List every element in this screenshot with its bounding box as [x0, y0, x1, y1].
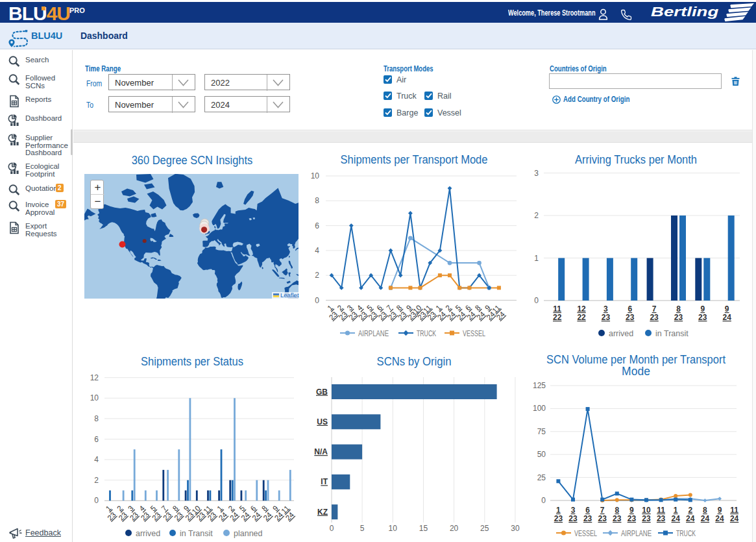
- svg-text:23: 23: [151, 511, 162, 523]
- svg-text:9: 9: [718, 506, 722, 515]
- svg-text:8: 8: [615, 506, 619, 515]
- svg-text:planned: planned: [234, 529, 263, 538]
- svg-text:24: 24: [250, 510, 262, 522]
- svg-text:24: 24: [239, 510, 251, 522]
- svg-text:9: 9: [725, 304, 729, 314]
- svg-text:22: 22: [553, 313, 562, 322]
- svg-text:23: 23: [117, 511, 128, 523]
- svg-text:9: 9: [700, 304, 705, 314]
- svg-text:25: 25: [537, 473, 546, 482]
- svg-text:23: 23: [106, 511, 117, 523]
- svg-text:23: 23: [613, 514, 622, 523]
- svg-text:in Transit: in Transit: [655, 329, 689, 338]
- svg-text:1: 1: [674, 506, 678, 515]
- svg-text:0: 0: [315, 296, 319, 305]
- svg-text:arrived: arrived: [609, 329, 633, 338]
- svg-text:3: 3: [604, 304, 608, 314]
- svg-text:Shipments per Status: Shipments per Status: [141, 355, 243, 368]
- svg-text:Mode: Mode: [622, 365, 650, 378]
- svg-text:12: 12: [577, 304, 586, 314]
- svg-text:2: 2: [688, 506, 692, 515]
- svg-text:24: 24: [217, 510, 229, 522]
- svg-text:75: 75: [537, 427, 546, 436]
- svg-text:23: 23: [602, 313, 611, 322]
- svg-text:11: 11: [553, 304, 561, 314]
- svg-text:6: 6: [585, 506, 590, 515]
- svg-text:23: 23: [698, 313, 707, 322]
- svg-text:VESSEL: VESSEL: [574, 529, 597, 538]
- svg-text:23: 23: [650, 313, 659, 322]
- svg-text:US: US: [317, 417, 328, 426]
- svg-text:15: 15: [419, 524, 428, 533]
- svg-text:24: 24: [262, 510, 273, 522]
- svg-text:30: 30: [511, 524, 520, 533]
- svg-text:N/A: N/A: [314, 447, 328, 456]
- svg-text:9: 9: [629, 506, 634, 515]
- svg-text:TRUCK: TRUCK: [676, 529, 696, 538]
- svg-text:1: 1: [556, 506, 561, 515]
- svg-text:23: 23: [128, 511, 140, 523]
- svg-text:IT: IT: [321, 477, 328, 486]
- svg-text:23: 23: [628, 514, 637, 523]
- svg-text:SCNs by Origin: SCNs by Origin: [377, 355, 452, 368]
- svg-text:TRUCK: TRUCK: [417, 329, 436, 338]
- svg-text:20: 20: [450, 524, 459, 533]
- svg-text:6: 6: [94, 435, 99, 444]
- svg-text:24: 24: [715, 514, 724, 523]
- svg-text:125: 125: [533, 381, 546, 390]
- svg-text:11: 11: [730, 506, 738, 515]
- svg-text:24: 24: [723, 313, 732, 322]
- svg-text:KZ: KZ: [317, 508, 328, 517]
- svg-text:23: 23: [162, 511, 173, 523]
- svg-text:100: 100: [533, 404, 546, 413]
- svg-text:24: 24: [701, 514, 710, 523]
- svg-text:23: 23: [674, 313, 683, 322]
- svg-text:5: 5: [360, 524, 365, 533]
- svg-text:10: 10: [389, 524, 398, 533]
- svg-text:10: 10: [642, 506, 651, 515]
- svg-text:Arriving Trucks per Month: Arriving Trucks per Month: [575, 153, 697, 166]
- svg-text:8: 8: [94, 414, 99, 423]
- svg-text:AIRPLANE: AIRPLANE: [621, 529, 652, 538]
- svg-text:VESSEL: VESSEL: [463, 329, 485, 338]
- svg-text:8: 8: [676, 304, 681, 314]
- svg-text:2: 2: [534, 211, 539, 220]
- svg-text:10: 10: [90, 393, 99, 402]
- svg-text:23: 23: [554, 514, 563, 523]
- svg-text:GB: GB: [316, 388, 328, 397]
- svg-text:0: 0: [541, 496, 546, 505]
- svg-text:23: 23: [626, 313, 635, 322]
- svg-text:arrived: arrived: [136, 529, 160, 538]
- svg-text:2: 2: [94, 476, 99, 485]
- svg-text:24: 24: [228, 510, 240, 522]
- svg-text:0: 0: [534, 296, 539, 305]
- svg-text:25: 25: [480, 524, 489, 533]
- svg-text:23: 23: [568, 514, 578, 523]
- svg-text:0: 0: [94, 496, 99, 505]
- svg-text:24: 24: [730, 514, 739, 523]
- svg-text:50: 50: [537, 450, 546, 459]
- svg-text:12: 12: [90, 373, 99, 382]
- svg-text:3: 3: [571, 506, 576, 515]
- svg-text:23: 23: [173, 511, 184, 523]
- svg-text:7: 7: [600, 506, 605, 515]
- svg-text:AIRPLANE: AIRPLANE: [358, 329, 389, 338]
- svg-text:6: 6: [628, 304, 632, 314]
- svg-text:8: 8: [315, 196, 319, 205]
- svg-text:3: 3: [534, 169, 539, 178]
- svg-text:10: 10: [311, 171, 320, 180]
- svg-text:23: 23: [598, 514, 607, 523]
- svg-text:8: 8: [703, 506, 707, 515]
- svg-text:22: 22: [577, 313, 586, 322]
- svg-text:in Transit: in Transit: [180, 529, 213, 538]
- svg-text:23: 23: [657, 514, 666, 523]
- svg-text:Shipments per Transport Mode: Shipments per Transport Mode: [341, 153, 488, 166]
- svg-text:7: 7: [652, 304, 657, 314]
- svg-text:4: 4: [94, 455, 99, 464]
- svg-text:2: 2: [315, 271, 319, 280]
- svg-text:1: 1: [534, 254, 539, 263]
- svg-text:SCN Volume per Month per Trans: SCN Volume per Month per Transport: [546, 353, 726, 366]
- svg-text:24: 24: [686, 514, 695, 523]
- svg-text:4: 4: [315, 246, 319, 255]
- svg-text:0: 0: [330, 524, 334, 533]
